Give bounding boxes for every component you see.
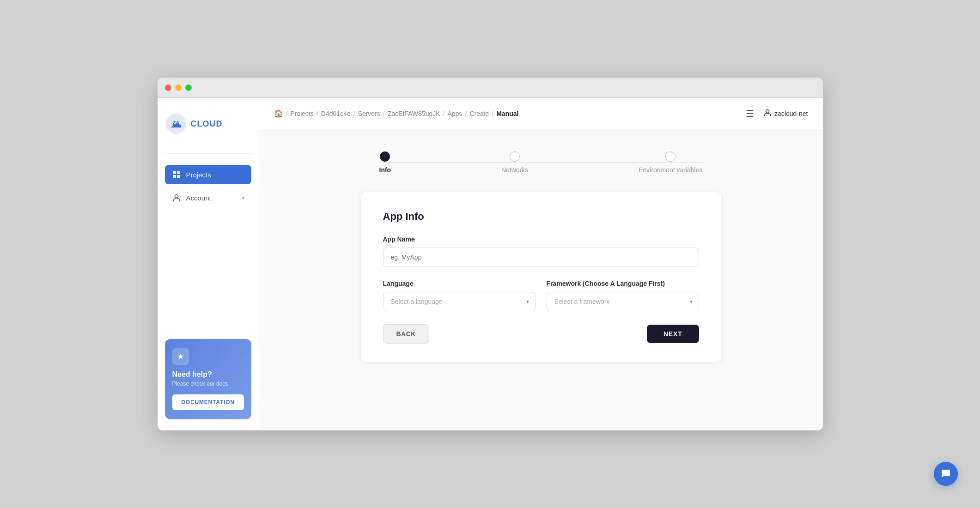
step-env-circle (665, 151, 676, 162)
breadcrumb-create[interactable]: Create (469, 110, 489, 117)
breadcrumb-manual: Manual (496, 110, 518, 117)
username: zacloud-net (774, 110, 808, 117)
star-icon: ★ (172, 348, 189, 365)
close-button[interactable] (165, 85, 171, 91)
language-label: Language (383, 280, 536, 287)
sidebar-item-projects[interactable]: Projects (165, 165, 251, 184)
language-select-wrapper: Select a language ▾ (383, 292, 536, 311)
step-env: Environment variables (639, 151, 703, 174)
framework-select-wrapper: Select a framework ▾ (547, 292, 699, 311)
chevron-down-icon: ▾ (242, 195, 245, 201)
page-content: Info Networks Environment variables (259, 129, 823, 430)
step-networks: Networks (501, 151, 528, 174)
breadcrumb-sep-0: / (286, 110, 288, 117)
breadcrumb-projects[interactable]: Projects (290, 110, 314, 117)
breadcrumb-sep-1: / (317, 110, 318, 117)
app-name-group: App Name (383, 236, 699, 267)
breadcrumb-sep-2: / (353, 110, 355, 117)
logo-icon: ☁ ZA (165, 113, 187, 135)
help-subtitle: Please check our docs (172, 381, 244, 387)
header: 🏠 / Projects / D4d01c4e / Servers / ZacE… (259, 98, 823, 129)
help-card: ★ Need help? Please check our docs DOCUM… (165, 339, 251, 419)
breadcrumb-home[interactable]: 🏠 (274, 109, 283, 118)
back-button[interactable]: BACK (383, 324, 429, 344)
language-col: Language Select a language ▾ (383, 280, 536, 311)
stepper: Info Networks Environment variables (379, 151, 703, 174)
main-content: 🏠 / Projects / D4d01c4e / Servers / ZacE… (259, 98, 823, 430)
account-icon (171, 193, 182, 203)
logo: ☁ ZA CLOUD (165, 109, 251, 139)
card-title: App Info (383, 211, 699, 223)
minimize-button[interactable] (175, 85, 182, 91)
app-container: ☁ ZA CLOUD Projects (158, 98, 823, 430)
step-info-label: Info (379, 166, 391, 174)
user-menu[interactable]: zacloud-net (763, 109, 808, 119)
app-window: ☁ ZA CLOUD Projects (158, 78, 823, 430)
breadcrumb: 🏠 / Projects / D4d01c4e / Servers / ZacE… (274, 109, 519, 118)
help-title: Need help? (172, 370, 244, 379)
title-bar (158, 78, 823, 98)
sidebar-nav: Projects Account ▾ (165, 165, 251, 207)
breadcrumb-sep-4: / (443, 110, 445, 117)
sidebar-item-account[interactable]: Account ▾ (165, 188, 251, 207)
traffic-lights (165, 85, 192, 91)
sidebar-projects-label: Projects (186, 171, 245, 179)
chat-button[interactable] (934, 462, 958, 486)
app-info-card: App Info App Name Language Select a lang… (361, 192, 721, 362)
step-networks-label: Networks (501, 166, 528, 174)
svg-rect-5 (173, 175, 176, 178)
breadcrumb-apps[interactable]: Apps (447, 110, 462, 117)
sidebar: ☁ ZA CLOUD Projects (158, 98, 259, 430)
svg-rect-4 (177, 171, 180, 174)
stepper-steps: Info Networks Environment variables (379, 151, 703, 174)
svg-point-8 (766, 109, 769, 113)
svg-text:ZA: ZA (172, 120, 179, 126)
menu-icon[interactable]: ☰ (746, 108, 754, 119)
step-info: Info (379, 151, 391, 174)
logo-text: CLOUD (191, 119, 223, 129)
header-actions: ☰ zacloud-net (746, 108, 808, 119)
sidebar-divider (165, 153, 251, 154)
breadcrumb-sep-6: / (492, 110, 493, 117)
language-select[interactable]: Select a language (383, 292, 536, 311)
breadcrumb-d4d01c4e[interactable]: D4d01c4e (321, 110, 351, 117)
breadcrumb-sep-5: / (465, 110, 467, 117)
breadcrumb-server-id[interactable]: ZacEfFAW85ugJK (388, 110, 440, 117)
svg-rect-6 (177, 175, 180, 178)
projects-icon (171, 169, 182, 180)
step-networks-circle (510, 151, 520, 162)
card-actions: BACK NEXT (383, 324, 699, 344)
svg-point-7 (175, 195, 178, 198)
step-info-circle (380, 151, 390, 162)
user-icon (763, 109, 772, 119)
svg-rect-3 (173, 171, 176, 174)
app-name-input[interactable] (383, 248, 699, 267)
maximize-button[interactable] (185, 85, 192, 91)
step-env-label: Environment variables (639, 166, 703, 174)
next-button[interactable]: NEXT (647, 325, 699, 343)
documentation-button[interactable]: DOCUMENTATION (172, 394, 244, 410)
breadcrumb-servers[interactable]: Servers (358, 110, 380, 117)
language-framework-row: Language Select a language ▾ Framework (… (383, 280, 699, 311)
breadcrumb-sep-3: / (383, 110, 385, 117)
framework-select[interactable]: Select a framework (547, 292, 699, 311)
framework-col: Framework (Choose A Language First) Sele… (547, 280, 699, 311)
framework-label: Framework (Choose A Language First) (547, 280, 699, 287)
app-name-label: App Name (383, 236, 699, 243)
sidebar-account-label: Account (186, 194, 237, 202)
